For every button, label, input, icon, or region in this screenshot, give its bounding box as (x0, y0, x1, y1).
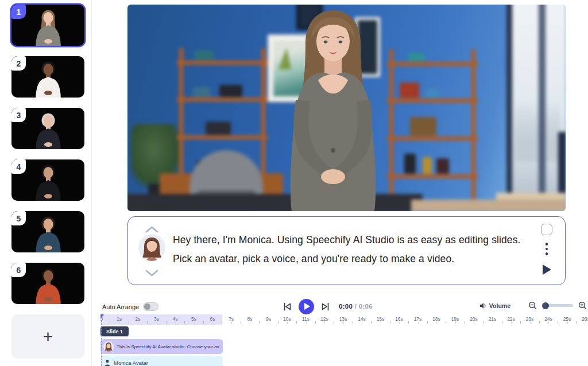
ruler-tick-label: 10s (283, 316, 291, 322)
slide-thumbnail[interactable]: 4 (11, 159, 84, 201)
avatar-person-thumbnail (27, 216, 69, 252)
slide-number-badge: 5 (11, 211, 26, 225)
video-preview (127, 5, 566, 211)
ruler-tick-label: 14s (358, 316, 366, 322)
volume-icon (479, 302, 487, 309)
zoom-slider-knob[interactable] (542, 302, 549, 309)
slide-number-badge: 3 (11, 108, 26, 122)
slide-list: 1 2 3 4 (0, 0, 91, 304)
avatar-person-thumbnail (27, 267, 69, 304)
ruler-tick-label: 8s (247, 316, 253, 322)
script-track-avatar-icon (103, 341, 114, 352)
speechify-ai-studio-app: 1 2 3 4 (0, 0, 588, 366)
ruler-tick-label: 6s (210, 316, 215, 322)
ruler-tick-label: 26s (582, 316, 588, 322)
playback-controls-row: Auto Arrange 0:00 / 0:06 Volume (100, 298, 588, 314)
volume-label: Volume (489, 302, 510, 309)
ruler-tick-label: 20s (470, 316, 478, 322)
script-box-actions (541, 224, 552, 275)
avatar-track[interactable]: Monica Avatar (100, 356, 223, 366)
slide-thumbnail[interactable]: 1 (11, 5, 84, 46)
play-button[interactable] (299, 299, 314, 314)
slide-number-badge: 6 (11, 263, 26, 277)
script-play-button[interactable] (543, 264, 551, 275)
ruler-tick-label: 7s (229, 316, 234, 322)
ruler-tick-label: 15s (377, 316, 385, 322)
ruler-tick-label: 16s (395, 316, 403, 322)
script-box: Hey there, I'm Monica. Using Speechify A… (127, 216, 566, 285)
slide-badge[interactable]: Slide 1 (100, 326, 129, 336)
slide-thumbnail[interactable]: 3 (11, 108, 84, 149)
auto-arrange-toggle[interactable] (143, 302, 158, 311)
avatar-person-thumbnail (27, 61, 69, 98)
ruler-tick-label: 3s (154, 316, 159, 322)
script-track-text: This is Speechify AI Avatar studio. Choo… (117, 344, 219, 349)
slide-number-badge: 2 (11, 56, 26, 71)
skip-forward-button[interactable] (321, 302, 330, 311)
floor-right (411, 200, 566, 211)
timeline-zoom-slider[interactable] (542, 304, 573, 307)
ruler-tick-label: 2s (136, 316, 141, 322)
person-icon (105, 360, 110, 366)
slides-panel: 1 2 3 4 (0, 0, 92, 366)
script-text[interactable]: Hey there, I'm Monica. Using Speechify A… (173, 231, 523, 268)
ruler-tick-label: 12s (320, 316, 328, 322)
ruler-tick-label: 1s (117, 316, 122, 322)
ruler-tick-label: 25s (563, 316, 571, 322)
current-time: 0:00 (339, 303, 353, 310)
ruler-tick-label: 5s (191, 316, 196, 322)
chevron-up-icon[interactable] (145, 226, 158, 233)
ruler-tick-label: 17s (414, 316, 422, 322)
slide-thumbnail[interactable]: 2 (11, 56, 84, 98)
skip-back-button[interactable] (283, 302, 292, 311)
ruler-tick-label: 13s (339, 316, 347, 322)
auto-arrange-control: Auto Arrange (102, 302, 158, 311)
timeline: 1s2s3s4s5s6s7s8s9s10s11s12s13s14s15s16s1… (100, 314, 588, 366)
playhead[interactable] (101, 314, 102, 366)
zoom-out-icon[interactable] (528, 301, 537, 310)
volume-control[interactable]: Volume (479, 302, 510, 309)
right-controls: Volume (479, 301, 587, 310)
ruler-tick-label: 9s (266, 316, 271, 322)
avatar-person-thumbnail (27, 112, 69, 149)
script-checkbox[interactable] (541, 224, 552, 235)
ruler-tick-label: 22s (507, 316, 515, 322)
kebab-menu-icon[interactable] (542, 242, 552, 256)
slide-number-badge: 1 (11, 5, 26, 19)
chevron-down-icon[interactable] (145, 270, 158, 277)
ruler-tick-label: 18s (432, 316, 440, 322)
avatar-person-thumbnail (27, 9, 69, 46)
ruler-tick-label: 23s (526, 316, 534, 322)
total-time: 0:06 (359, 303, 373, 310)
ruler-tick-label: 21s (489, 316, 497, 322)
script-avatar-thumbnail[interactable] (138, 234, 165, 261)
transport-controls: 0:00 / 0:06 (283, 298, 373, 314)
time-separator: / (353, 303, 359, 310)
auto-arrange-label: Auto Arrange (102, 303, 139, 310)
avatar-person-thumbnail (27, 164, 69, 201)
avatar-track-text: Monica Avatar (114, 360, 148, 366)
ruler-tick-label: 24s (544, 316, 552, 322)
ruler-tick-label: 11s (302, 316, 310, 322)
script-track[interactable]: This is Speechify AI Avatar studio. Choo… (100, 339, 223, 354)
avatar-monica[interactable] (261, 8, 405, 211)
time-display: 0:00 / 0:06 (339, 303, 373, 310)
slide-number-badge: 4 (11, 159, 26, 174)
ruler-tick-label: 4s (173, 316, 178, 322)
window (506, 5, 566, 211)
timeline-ruler[interactable]: 1s2s3s4s5s6s7s8s9s10s11s12s13s14s15s16s1… (100, 314, 588, 325)
slide-thumbnail[interactable]: 6 (11, 263, 84, 304)
slide-thumbnail[interactable]: 5 (11, 211, 84, 252)
zoom-in-icon[interactable] (578, 301, 587, 310)
ruler-tick-label: 19s (451, 316, 459, 322)
add-slide-button[interactable]: + (11, 314, 84, 359)
